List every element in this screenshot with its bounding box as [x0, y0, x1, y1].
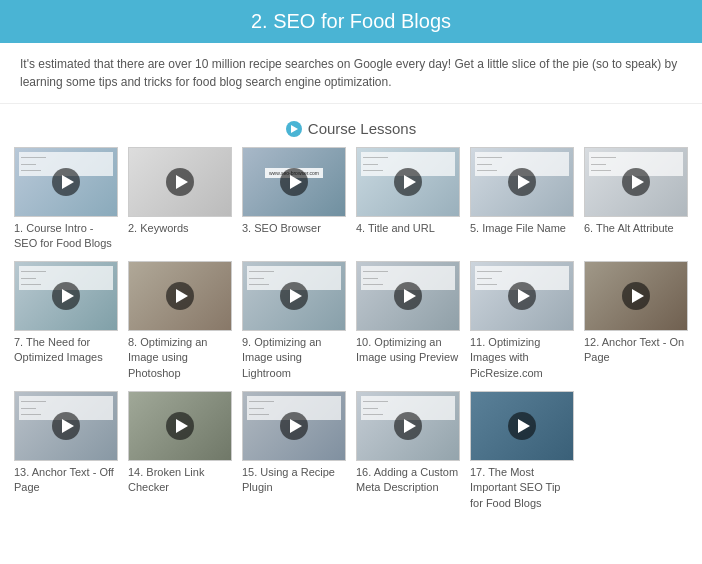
thumbnail-inner — [471, 148, 573, 216]
lesson-label: 14. Broken Link Checker — [128, 465, 232, 496]
section-title: Course Lessons — [0, 120, 702, 137]
play-button[interactable] — [394, 168, 422, 196]
lesson-thumbnail[interactable]: ———————————— — [14, 147, 118, 217]
lesson-label: 9. Optimizing an Image using Lightroom — [242, 335, 346, 381]
page-description: It's estimated that there are over 10 mi… — [0, 43, 702, 104]
lesson-label: 16. Adding a Custom Meta Description — [356, 465, 460, 496]
lesson-thumbnail[interactable]: ———————————— — [584, 147, 688, 217]
lesson-item: ————————————15. Using a Recipe Plugin — [242, 391, 346, 511]
thumbnail-inner — [585, 262, 687, 330]
play-button[interactable] — [622, 168, 650, 196]
play-button[interactable] — [508, 412, 536, 440]
thumbnail-inner — [357, 392, 459, 460]
play-button-icon — [176, 289, 188, 303]
play-button-icon — [518, 175, 530, 189]
play-button-icon — [176, 419, 188, 433]
thumbnail-inner — [15, 392, 117, 460]
lesson-item: ————————————10. Optimizing an Image usin… — [356, 261, 460, 381]
play-button-icon — [62, 289, 74, 303]
play-button[interactable] — [508, 168, 536, 196]
play-button[interactable] — [622, 282, 650, 310]
lesson-item: ————————————6. The Alt Attribute — [584, 147, 688, 251]
lesson-thumbnail[interactable] — [584, 261, 688, 331]
play-button-icon — [632, 175, 644, 189]
lesson-item: 14. Broken Link Checker — [128, 391, 232, 511]
lesson-thumbnail[interactable]: ———————————— — [356, 391, 460, 461]
play-button-icon — [518, 419, 530, 433]
thumbnail-inner — [243, 262, 345, 330]
play-button[interactable] — [280, 282, 308, 310]
page-title: 2. SEO for Food Blogs — [0, 0, 702, 43]
lesson-label: 4. Title and URL — [356, 221, 460, 236]
lesson-item: ————————————7. The Need for Optimized Im… — [14, 261, 118, 381]
lesson-label: 12. Anchor Text - On Page — [584, 335, 688, 366]
lesson-thumbnail[interactable]: ———————————— — [14, 261, 118, 331]
play-button[interactable] — [508, 282, 536, 310]
play-button-icon — [62, 175, 74, 189]
thumbnail-inner — [15, 262, 117, 330]
play-button[interactable] — [394, 282, 422, 310]
lesson-item: ————————————5. Image File Name — [470, 147, 574, 251]
thumbnail-inner — [357, 148, 459, 216]
play-button[interactable] — [394, 412, 422, 440]
thumbnail-inner — [471, 392, 573, 460]
lesson-label: 2. Keywords — [128, 221, 232, 236]
lesson-thumbnail[interactable] — [128, 391, 232, 461]
play-button-icon — [404, 289, 416, 303]
thumbnail-inner — [243, 148, 345, 216]
play-button-icon — [632, 289, 644, 303]
thumbnail-inner — [357, 262, 459, 330]
play-button[interactable] — [166, 168, 194, 196]
play-button[interactable] — [52, 168, 80, 196]
lesson-label: 8. Optimizing an Image using Photoshop — [128, 335, 232, 381]
lesson-thumbnail[interactable]: ———————————— — [356, 261, 460, 331]
lesson-item: 17. The Most Important SEO Tip for Food … — [470, 391, 574, 511]
lesson-item: www.seo-browser.com3. SEO Browser — [242, 147, 346, 251]
play-button-icon — [290, 289, 302, 303]
lesson-label: 5. Image File Name — [470, 221, 574, 236]
play-button[interactable] — [166, 282, 194, 310]
lesson-thumbnail[interactable] — [470, 391, 574, 461]
lesson-item: ————————————16. Adding a Custom Meta Des… — [356, 391, 460, 511]
lesson-item: 12. Anchor Text - On Page — [584, 261, 688, 381]
thumbnail-inner — [129, 262, 231, 330]
thumbnail-inner — [585, 148, 687, 216]
lesson-item: 8. Optimizing an Image using Photoshop — [128, 261, 232, 381]
play-button[interactable] — [280, 412, 308, 440]
section-icon — [286, 121, 302, 137]
play-button-icon — [176, 175, 188, 189]
lesson-thumbnail[interactable]: ———————————— — [242, 391, 346, 461]
lesson-label: 13. Anchor Text - Off Page — [14, 465, 118, 496]
lessons-grid: ————————————1. Course Intro - SEO for Fo… — [0, 147, 702, 527]
lesson-thumbnail[interactable]: ———————————— — [14, 391, 118, 461]
thumbnail-inner — [471, 262, 573, 330]
lesson-thumbnail[interactable] — [128, 147, 232, 217]
play-button-icon — [290, 175, 302, 189]
play-button[interactable] — [166, 412, 194, 440]
lesson-thumbnail[interactable]: www.seo-browser.com — [242, 147, 346, 217]
lesson-label: 3. SEO Browser — [242, 221, 346, 236]
lesson-item: ————————————4. Title and URL — [356, 147, 460, 251]
play-button-icon — [518, 289, 530, 303]
lesson-label: 15. Using a Recipe Plugin — [242, 465, 346, 496]
thumbnail-inner — [129, 148, 231, 216]
play-button[interactable] — [52, 282, 80, 310]
play-button-icon — [62, 419, 74, 433]
play-button-icon — [290, 419, 302, 433]
thumbnail-inner — [243, 392, 345, 460]
lesson-label: 10. Optimizing an Image using Preview — [356, 335, 460, 366]
lesson-thumbnail[interactable] — [128, 261, 232, 331]
play-triangle-icon — [291, 125, 298, 133]
lesson-thumbnail[interactable]: ———————————— — [242, 261, 346, 331]
lesson-thumbnail[interactable]: ———————————— — [470, 261, 574, 331]
lesson-label: 1. Course Intro - SEO for Food Blogs — [14, 221, 118, 252]
play-button[interactable] — [52, 412, 80, 440]
lesson-item: ————————————13. Anchor Text - Off Page — [14, 391, 118, 511]
lesson-label: 11. Optimizing Images with PicResize.com — [470, 335, 574, 381]
play-button[interactable] — [280, 168, 308, 196]
lesson-thumbnail[interactable]: ———————————— — [356, 147, 460, 217]
lesson-thumbnail[interactable]: ———————————— — [470, 147, 574, 217]
lesson-label: 6. The Alt Attribute — [584, 221, 688, 236]
thumbnail-inner — [129, 392, 231, 460]
lesson-item: ————————————1. Course Intro - SEO for Fo… — [14, 147, 118, 251]
